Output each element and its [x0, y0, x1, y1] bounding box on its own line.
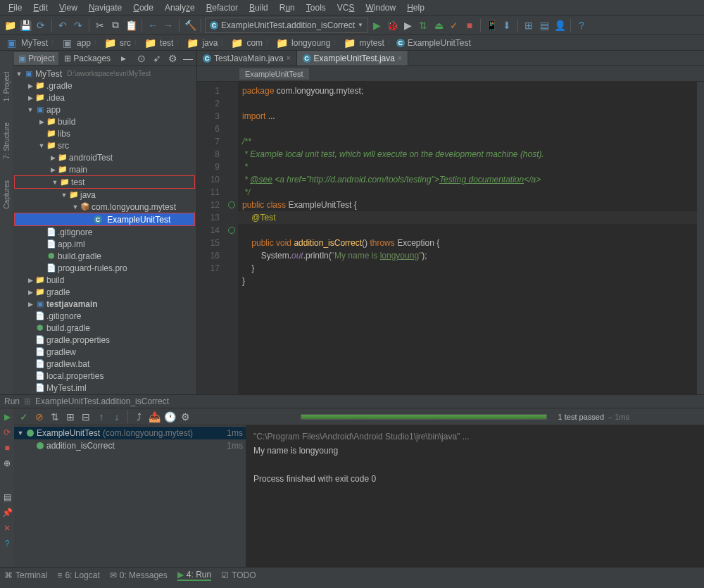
bottom-tab-run[interactable]: ▶4: Run — [177, 570, 211, 581]
crumb-com[interactable]: com — [246, 38, 263, 48]
close-icon[interactable]: × — [398, 54, 402, 62]
crumb-root[interactable]: MyTest — [21, 38, 48, 48]
scroll-from-icon[interactable]: ➶ — [150, 51, 164, 65]
menu-edit[interactable]: Edit — [29, 2, 52, 13]
expand-icon[interactable]: ⊞ — [63, 410, 77, 424]
tree-item[interactable]: app.iml — [58, 239, 85, 249]
cut-icon[interactable]: ✂ — [93, 18, 107, 32]
error-stripe[interactable] — [697, 82, 704, 394]
code-editor[interactable]: 12367891011121314151617 package com.long… — [197, 82, 704, 394]
crumb-mytest[interactable]: mytest — [359, 38, 384, 48]
open-icon[interactable]: 📁 — [3, 18, 17, 32]
coverage-icon[interactable]: ▶ — [401, 18, 415, 32]
import-icon[interactable]: 📥 — [147, 410, 161, 424]
tree-item[interactable]: .gradle — [46, 81, 73, 91]
tree-item[interactable]: proguard-rules.pro — [58, 263, 127, 273]
menu-analyze[interactable]: Analyze — [161, 2, 199, 13]
toggle-icon[interactable]: ⟳ — [1, 427, 13, 438]
menu-help[interactable]: Help — [403, 2, 429, 13]
breadcrumb-class[interactable]: ExampleUnitTest — [239, 68, 309, 80]
packages-view-tab[interactable]: ⊞Packages — [60, 52, 115, 65]
undo-icon[interactable]: ↶ — [56, 18, 70, 32]
settings-icon[interactable]: ⚙ — [178, 410, 192, 424]
bottom-tab-terminal[interactable]: ⌘Terminal — [4, 570, 47, 580]
tree-item[interactable]: main — [69, 165, 87, 175]
tree-item[interactable]: gradle.properties — [46, 335, 110, 345]
menu-vcs[interactable]: VCS — [333, 2, 359, 13]
tree-item[interactable]: src — [58, 141, 69, 151]
tree-item[interactable]: java — [80, 190, 96, 200]
tree-item[interactable]: MyTest.iml — [46, 383, 87, 393]
test-node[interactable]: ▼ ExampleUnitTest(com.longyoung.mytest) … — [14, 427, 246, 439]
rerun-icon[interactable]: ▶ — [1, 411, 13, 423]
crumb-java[interactable]: java — [202, 38, 218, 48]
history-icon[interactable]: 🕐 — [163, 410, 177, 424]
tree-item[interactable]: gradlew.bat — [46, 359, 89, 369]
layout-icon[interactable]: ▤ — [1, 492, 13, 503]
sort-icon[interactable]: ⇅ — [48, 410, 62, 424]
test-method[interactable]: addition_isCorrect 1ms — [14, 439, 246, 452]
side-tab-project[interactable]: 1: Project — [3, 72, 11, 101]
run-icon[interactable]: ▶ — [370, 18, 384, 32]
hide-icon[interactable]: — — [181, 51, 195, 65]
side-tab-structure[interactable]: 7: Structure — [3, 123, 11, 159]
back-icon[interactable]: ← — [146, 18, 160, 32]
save-icon[interactable]: 💾 — [18, 18, 32, 32]
dump-icon[interactable]: ⊕ — [1, 458, 13, 469]
show-ignored-icon[interactable]: ⊘ — [32, 410, 46, 424]
tree-item[interactable]: build — [58, 117, 75, 127]
crumb-src[interactable]: src — [120, 38, 131, 48]
structure-icon[interactable]: ⊞ — [522, 18, 536, 32]
tree-item[interactable]: libs — [58, 129, 70, 139]
tree-root[interactable]: MyTest — [35, 69, 62, 79]
forward-icon[interactable]: → — [161, 18, 175, 32]
dropdown-icon[interactable]: ▶ — [116, 51, 130, 65]
tree-item[interactable]: build.gradle — [58, 251, 101, 261]
attach-debugger-icon[interactable]: ✓ — [447, 18, 461, 32]
crumb-longyoung[interactable]: longyoung — [291, 38, 330, 48]
prev-icon[interactable]: ↑ — [94, 410, 108, 424]
crumb-test[interactable]: test — [160, 38, 173, 48]
menu-tools[interactable]: Tools — [302, 2, 330, 13]
menu-window[interactable]: Window — [361, 2, 400, 13]
tree-item-selected[interactable]: ExampleUnitTest — [107, 215, 170, 225]
run-gutter-icon[interactable] — [225, 224, 238, 237]
android-icon[interactable]: 👤 — [553, 18, 567, 32]
sdk-icon[interactable]: ⬇ — [500, 18, 514, 32]
sync-icon[interactable]: ⟳ — [34, 18, 48, 32]
menu-run[interactable]: Run — [275, 2, 299, 13]
tree-item[interactable]: build.gradle — [46, 323, 90, 333]
settings-icon[interactable]: ⚙ — [165, 51, 180, 65]
editor-tab[interactable]: CTestJavaMain.java× — [197, 51, 297, 65]
attach-icon[interactable]: ⏏ — [432, 18, 446, 32]
tree-item[interactable]: gradle — [46, 287, 70, 297]
make-icon[interactable]: 🔨 — [183, 18, 197, 32]
crumb-app[interactable]: app — [77, 38, 91, 48]
layout-icon[interactable]: ▤ — [537, 18, 551, 32]
bottom-tab-messages[interactable]: ✉0: Messages — [110, 570, 168, 580]
tree-item[interactable]: .gitignore — [46, 311, 81, 321]
editor-tab-active[interactable]: CExampleUnitTest.java× — [297, 51, 408, 65]
avd-icon[interactable]: 📱 — [484, 18, 498, 32]
tree-item[interactable]: androidTest — [69, 153, 113, 163]
profile-icon[interactable]: ⇅ — [416, 18, 430, 32]
tree-item[interactable]: .idea — [46, 93, 65, 103]
tree-item[interactable]: com.longyoung.mytest — [92, 202, 176, 212]
paste-icon[interactable]: 📋 — [124, 18, 138, 32]
pin-icon[interactable]: 📌 — [1, 507, 13, 518]
menu-navigate[interactable]: Navigate — [84, 2, 126, 13]
project-tree[interactable]: ▼▣MyTest D:\aworkspace\svn\MyTest ▶📁.gra… — [13, 66, 196, 394]
crumb-class[interactable]: ExampleUnitTest — [408, 38, 471, 48]
console-output[interactable]: "C:\Program Files\Android\Android Studio… — [246, 425, 704, 567]
stop-icon[interactable]: ■ — [463, 18, 477, 32]
run-config-selector[interactable]: C ExampleUnitTest.addition_isCorrect ▼ — [205, 18, 368, 33]
next-icon[interactable]: ↓ — [110, 410, 124, 424]
redo-icon[interactable]: ↷ — [71, 18, 85, 32]
collapse-icon[interactable]: ⊙ — [134, 51, 149, 65]
tree-item[interactable]: test — [71, 177, 84, 187]
collapse-icon[interactable]: ⊟ — [79, 410, 93, 424]
tree-item[interactable]: .gitignore — [58, 227, 92, 237]
bottom-tab-logcat[interactable]: ≡6: Logcat — [57, 570, 99, 580]
test-results-tree[interactable]: ▼ ExampleUnitTest(com.longyoung.mytest) … — [14, 425, 246, 567]
copy-icon[interactable]: ⧉ — [108, 18, 122, 32]
